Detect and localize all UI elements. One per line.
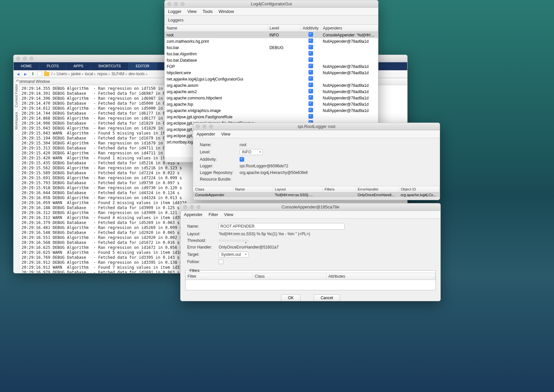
table-row[interactable]: org.apache.commons.httpclientNullAppende… xyxy=(165,95,378,101)
menu-view[interactable]: View xyxy=(221,132,230,137)
table-row[interactable]: foo.bar.Database xyxy=(165,57,378,63)
repo-value: org.apache.log4j.Hierarchy@50e63fe8 xyxy=(240,170,308,175)
additivity-checkbox[interactable] xyxy=(308,32,313,37)
ribbon-tab-editor[interactable]: EDITOR xyxy=(129,62,157,70)
table-row[interactable]: FOPNullAppender@78ad9a1d xyxy=(165,63,378,70)
column-header[interactable]: Filters xyxy=(322,186,356,193)
level-select[interactable]: INFO xyxy=(240,149,263,155)
column-header[interactable]: Name xyxy=(233,186,273,193)
logger-form: Name:root Level:INFO Additivity: Logger:… xyxy=(193,138,440,186)
titlebar[interactable]: Log4jConfiguratorGui xyxy=(165,0,378,8)
table-row[interactable]: ConsoleAppender'%d{HH:mm:ss.SSS} ...Only… xyxy=(193,193,440,197)
table-row[interactable]: org.apache.axiomNullAppender@78ad9a1d xyxy=(165,82,378,88)
window-title: ConsoleAppender@185ca78e xyxy=(181,204,440,209)
table-row[interactable]: httpclient.wireNullAppender@78ad9a1d xyxy=(165,70,378,76)
additivity-checkbox[interactable] xyxy=(308,83,313,87)
error-label: Error Handler: xyxy=(187,245,219,250)
threshold-label: Threshold: xyxy=(187,238,219,243)
menubar: LoggerViewToolsWindow xyxy=(165,8,378,16)
cancel-button[interactable]: Cancel xyxy=(314,294,340,301)
column-header[interactable]: Appenders xyxy=(321,25,378,32)
layout-value: '%d{HH:mm:ss.SSS} %-5p %c{1} %x - %m " (… xyxy=(219,232,310,236)
ok-button[interactable]: OK xyxy=(281,294,301,301)
column-header[interactable]: Layout xyxy=(273,186,322,193)
table-row[interactable]: org.apache.fopNullAppender@78ad9a1d xyxy=(165,101,378,107)
breadcrumb-segment[interactable]: Users xyxy=(57,72,67,76)
table-row[interactable]: org.eclipse.jgit.ignore.FastIgnoreRule xyxy=(165,114,378,120)
additivity-checkbox[interactable] xyxy=(308,114,313,119)
table-row[interactable]: foo.barDEBUG xyxy=(165,44,378,51)
additivity-checkbox[interactable] xyxy=(308,101,313,106)
breadcrumb-segment[interactable]: SLF4M xyxy=(112,72,125,76)
additivity-checkbox[interactable] xyxy=(308,38,313,43)
column-header[interactable]: Class xyxy=(252,273,326,280)
threshold-select[interactable] xyxy=(219,240,249,241)
name-input[interactable]: ROOT APPENDER xyxy=(219,223,345,230)
breadcrumb-segment[interactable]: dev-tools xyxy=(129,72,145,76)
logger-value: spi.RootLogger@6096de72 xyxy=(240,164,288,168)
ribbon-tab-home[interactable]: HOME xyxy=(14,62,39,70)
column-header[interactable]: ErrorHandler xyxy=(356,186,399,193)
menu-view[interactable]: View xyxy=(224,212,233,217)
titlebar[interactable]: spi.RootLogger root xyxy=(193,123,440,130)
ribbon-tab-plots[interactable]: PLOTS xyxy=(39,62,66,70)
menu-tools[interactable]: Tools xyxy=(202,9,212,14)
table-row[interactable]: com.mathworks.hg.printNullAppender@78ad9… xyxy=(165,38,378,44)
ribbon-tab-shortcuts[interactable]: SHORTCUTS xyxy=(91,62,128,70)
sidebar-tab-workspace[interactable]: Workspace xyxy=(14,109,19,132)
menu-appender[interactable]: Appender xyxy=(196,132,215,137)
table-row[interactable]: foo.bar.Algorithm xyxy=(165,51,378,57)
additivity-checkbox[interactable] xyxy=(308,51,313,56)
additivity-checkbox[interactable] xyxy=(308,70,313,75)
filters-legend: Filters xyxy=(188,268,201,272)
back-icon[interactable] xyxy=(16,71,21,77)
additivity-checkbox[interactable] xyxy=(308,108,313,112)
filters-fieldset: Filters FilterClassAttributes xyxy=(185,270,436,290)
column-header[interactable]: Level xyxy=(267,25,301,32)
column-header[interactable]: Name xyxy=(165,25,267,32)
breadcrumb-segment[interactable]: janke xyxy=(71,72,81,76)
sidebar-tab-current-folder[interactable]: Current Folder xyxy=(14,82,19,109)
ribbon-tab-apps[interactable]: APPS xyxy=(66,62,91,70)
column-header[interactable]: Additivity xyxy=(301,25,321,32)
menu-filter[interactable]: Filter xyxy=(208,212,218,217)
additivity-checkbox[interactable] xyxy=(308,45,313,49)
additivity-checkbox[interactable] xyxy=(240,157,244,162)
additivity-checkbox[interactable] xyxy=(308,95,313,100)
table-row[interactable]: rootINFOConsoleAppender: '%d{HH:... xyxy=(165,32,378,38)
column-header[interactable]: Filter xyxy=(186,273,252,280)
additivity-label: Additivity: xyxy=(200,157,240,162)
folder-icon[interactable] xyxy=(44,72,49,76)
name-label: Name: xyxy=(187,224,219,229)
additivity-checkbox[interactable] xyxy=(308,76,313,81)
appenders-table[interactable]: ClassNameLayoutFiltersErrorHandlerObject… xyxy=(193,186,440,197)
target-select[interactable]: System.out xyxy=(219,252,249,257)
table-row[interactable]: org.apache.axis2NullAppender@78ad9a1d xyxy=(165,88,378,95)
follow-checkbox[interactable] xyxy=(219,259,223,264)
menu-appender[interactable]: Appender xyxy=(184,212,202,217)
additivity-checkbox[interactable] xyxy=(308,57,313,62)
filters-table[interactable]: FilterClassAttributes xyxy=(186,273,435,280)
additivity-checkbox[interactable] xyxy=(308,64,313,68)
breadcrumb-segment[interactable]: local xyxy=(85,72,93,76)
titlebar[interactable]: ConsoleAppender@185ca78e xyxy=(181,203,440,211)
column-header[interactable]: Attributes xyxy=(326,273,435,280)
menu-window[interactable]: Window xyxy=(219,9,234,14)
menu-view[interactable]: View xyxy=(187,9,196,14)
loggers-section-title: Loggers xyxy=(165,16,378,25)
up-folder-icon[interactable] xyxy=(30,71,35,77)
breadcrumb-segment[interactable]: repos xyxy=(97,72,107,76)
follow-label: Follow: xyxy=(187,259,219,264)
breadcrumb[interactable]: / ▸ Users ▸ janke ▸ local ▸ repos ▸ SLF4… xyxy=(51,72,148,76)
traffic-lights[interactable] xyxy=(14,57,33,61)
menubar: AppenderFilterView xyxy=(181,211,440,219)
forward-icon[interactable] xyxy=(23,71,28,77)
column-header[interactable]: Class xyxy=(193,186,233,193)
menu-logger[interactable]: Logger xyxy=(168,9,181,14)
table-row[interactable]: net.apjanke.log4j1gui.Log4jConfiguratorG… xyxy=(165,76,378,82)
additivity-checkbox[interactable] xyxy=(308,89,313,93)
column-header[interactable]: Object ID xyxy=(399,186,440,193)
breadcrumb-segment[interactable]: / xyxy=(51,72,52,76)
toolbar-icon[interactable] xyxy=(37,72,42,76)
table-row[interactable]: org.apache.xmlgraphics.imageNullAppender… xyxy=(165,107,378,114)
